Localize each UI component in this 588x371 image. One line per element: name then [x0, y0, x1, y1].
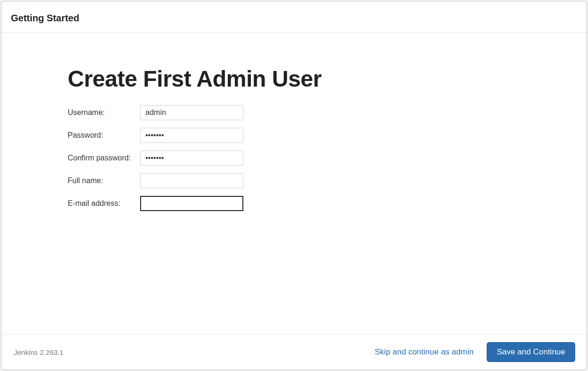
setup-wizard-modal: Getting Started Create First Admin User …	[1, 1, 587, 370]
password-input[interactable]	[140, 128, 243, 143]
skip-button[interactable]: Skip and continue as admin	[375, 347, 474, 357]
password-label: Password:	[68, 131, 140, 140]
username-label: Username:	[68, 108, 140, 117]
version-text: Jenkins 2.263.1	[14, 348, 63, 356]
email-input[interactable]	[140, 196, 243, 211]
confirm-password-label: Confirm password:	[68, 154, 140, 162]
form-row-password: Password:	[68, 128, 520, 143]
footer-actions: Skip and continue as admin Save and Cont…	[375, 342, 575, 362]
full-name-label: Full name:	[68, 177, 140, 185]
email-label: E-mail address:	[68, 199, 140, 208]
form-row-username: Username:	[68, 105, 520, 120]
page-title: Create First Admin User	[68, 66, 520, 92]
modal-header: Getting Started	[1, 1, 587, 33]
form-row-email: E-mail address:	[68, 196, 520, 211]
save-continue-button[interactable]: Save and Continue	[487, 342, 575, 362]
username-input[interactable]	[140, 105, 243, 120]
form-row-confirm-password: Confirm password:	[68, 150, 520, 166]
modal-footer: Jenkins 2.263.1 Skip and continue as adm…	[1, 334, 587, 370]
modal-header-title: Getting Started	[11, 13, 577, 24]
full-name-input[interactable]	[140, 173, 243, 188]
form-row-full-name: Full name:	[68, 173, 520, 188]
modal-content: Create First Admin User Username: Passwo…	[1, 33, 587, 334]
confirm-password-input[interactable]	[140, 150, 243, 166]
